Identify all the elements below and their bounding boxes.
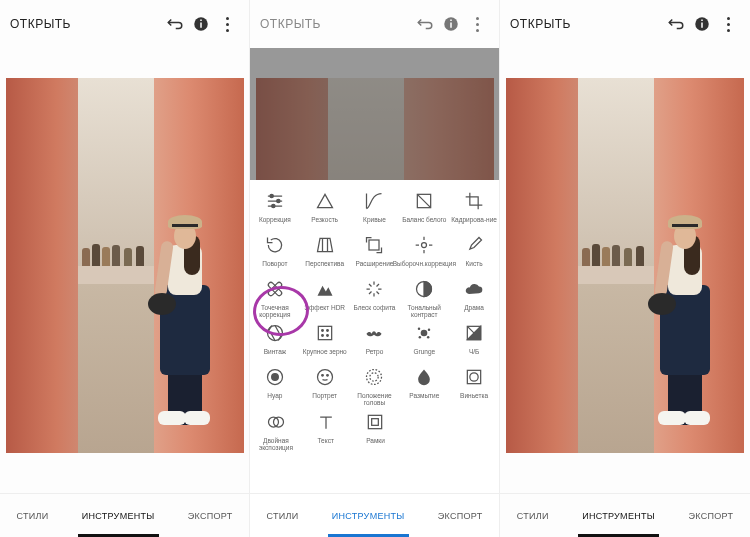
undo-stack-icon[interactable] xyxy=(413,12,437,36)
tool-lens-blur[interactable]: Размытие xyxy=(400,366,448,406)
aperture-icon xyxy=(264,322,286,344)
photo-preview xyxy=(506,78,744,453)
bw-icon xyxy=(463,322,485,344)
expand-icon xyxy=(363,234,385,256)
film-icon xyxy=(314,322,336,344)
sparkle-icon xyxy=(363,278,385,300)
canvas-area[interactable] xyxy=(500,48,750,493)
tool-vintage[interactable]: Винтаж xyxy=(251,322,299,362)
tool-text[interactable]: Текст xyxy=(302,411,350,451)
more-menu-icon[interactable] xyxy=(215,12,239,36)
open-button[interactable]: ОТКРЫТЬ xyxy=(10,17,71,31)
tool-tune[interactable]: Коррекция xyxy=(251,190,299,230)
svg-point-32 xyxy=(370,373,378,381)
info-icon[interactable] xyxy=(189,12,213,36)
curves-icon xyxy=(363,190,385,212)
cloud-icon xyxy=(463,278,485,300)
svg-point-29 xyxy=(317,370,332,385)
open-button[interactable]: ОТКРЫТЬ xyxy=(510,17,571,31)
double-exp-icon xyxy=(265,411,287,433)
tool-double-exposure[interactable]: Двойная экспозиция xyxy=(252,411,300,451)
tool-noir[interactable]: Нуар xyxy=(251,366,299,406)
svg-point-17 xyxy=(321,330,323,332)
svg-point-30 xyxy=(321,375,323,377)
app-header: ОТКРЫТЬ xyxy=(500,0,750,48)
tab-tools[interactable]: ИНСТРУМЕНТЫ xyxy=(326,494,411,537)
tool-retrolux[interactable]: Ретро xyxy=(350,322,398,362)
svg-point-33 xyxy=(367,370,382,385)
perspective-icon xyxy=(314,234,336,256)
svg-point-11 xyxy=(422,243,427,248)
tool-vignette[interactable]: Виньетка xyxy=(450,366,498,406)
svg-rect-39 xyxy=(372,418,379,425)
svg-point-18 xyxy=(326,330,328,332)
tool-curves[interactable]: Кривые xyxy=(350,190,398,230)
svg-rect-13 xyxy=(267,281,282,296)
tab-export[interactable]: ЭКСПОРТ xyxy=(182,494,239,537)
svg-rect-42 xyxy=(701,20,703,22)
app-header: ОТКРЫТЬ xyxy=(0,0,249,48)
svg-rect-2 xyxy=(200,20,202,22)
svg-rect-10 xyxy=(369,240,379,250)
head-pose-icon xyxy=(363,366,385,388)
tab-styles[interactable]: СТИЛИ xyxy=(511,494,555,537)
tool-bw[interactable]: Ч/Б xyxy=(450,322,498,362)
tool-selective[interactable]: Выборочн.коррекция xyxy=(400,234,448,274)
canvas-area-dimmed xyxy=(250,48,499,180)
svg-point-8 xyxy=(272,204,275,207)
open-button[interactable]: ОТКРЫТЬ xyxy=(260,17,321,31)
tool-expand[interactable]: Расширение xyxy=(350,234,398,274)
tab-tools[interactable]: ИНСТРУМЕНТЫ xyxy=(576,494,661,537)
more-menu-icon[interactable] xyxy=(716,12,740,36)
svg-point-35 xyxy=(470,373,478,381)
svg-rect-41 xyxy=(701,23,703,28)
tool-grunge[interactable]: Grunge xyxy=(400,322,448,362)
svg-point-6 xyxy=(270,194,273,197)
bottom-tabs: СТИЛИ ИНСТРУМЕНТЫ ЭКСПОРТ xyxy=(250,493,499,537)
tab-styles[interactable]: СТИЛИ xyxy=(11,494,55,537)
blur-icon xyxy=(413,366,435,388)
contrast-icon xyxy=(413,278,435,300)
triangle-icon xyxy=(314,190,336,212)
canvas-area[interactable] xyxy=(0,48,249,493)
info-icon[interactable] xyxy=(439,12,463,36)
tools-panel: Коррекция Резкость Кривые Баланс белого … xyxy=(250,180,499,537)
svg-point-7 xyxy=(277,199,280,202)
tab-tools[interactable]: ИНСТРУМЕНТЫ xyxy=(76,494,161,537)
svg-rect-16 xyxy=(318,327,331,340)
undo-stack-icon[interactable] xyxy=(664,12,688,36)
tool-rotate[interactable]: Поворот xyxy=(251,234,299,274)
mountains-icon xyxy=(314,278,336,300)
target-icon xyxy=(413,234,435,256)
svg-point-21 xyxy=(421,330,428,337)
tool-crop[interactable]: Кадрирова-ние xyxy=(450,190,498,230)
svg-rect-12 xyxy=(267,281,282,296)
more-menu-icon[interactable] xyxy=(465,12,489,36)
tool-frames[interactable]: Рамки xyxy=(352,411,400,451)
tab-export[interactable]: ЭКСПОРТ xyxy=(432,494,489,537)
tool-hdr[interactable]: Эффект HDR xyxy=(301,278,349,318)
frame-icon xyxy=(364,411,386,433)
app-header: ОТКРЫТЬ xyxy=(250,0,499,48)
bandaid-icon xyxy=(264,278,286,300)
tool-head-pose[interactable]: Положение головы xyxy=(350,366,398,406)
tool-grainy-film[interactable]: Крупное зерно xyxy=(301,322,349,362)
undo-stack-icon[interactable] xyxy=(163,12,187,36)
info-icon[interactable] xyxy=(690,12,714,36)
tool-white-balance[interactable]: Баланс белого xyxy=(400,190,448,230)
tool-glamour-glow[interactable]: Блеск софита xyxy=(350,278,398,318)
tool-brush[interactable]: Кисть xyxy=(450,234,498,274)
tool-drama[interactable]: Драма xyxy=(450,278,498,318)
tab-export[interactable]: ЭКСПОРТ xyxy=(682,494,739,537)
tool-perspective[interactable]: Перспектива xyxy=(301,234,349,274)
tool-portrait[interactable]: Портрет xyxy=(301,366,349,406)
svg-point-20 xyxy=(326,335,328,337)
tool-healing[interactable]: Точечная коррекция xyxy=(251,278,299,318)
screen-editor-1: ОТКРЫТЬ СТИЛИ ИНСТРУМЕНТЫ ЭКСПОРТ xyxy=(0,0,250,537)
tool-tonal-contrast[interactable]: Тональный контраст xyxy=(400,278,448,318)
svg-rect-1 xyxy=(200,23,202,28)
svg-point-31 xyxy=(326,375,328,377)
tab-styles[interactable]: СТИЛИ xyxy=(261,494,305,537)
tool-details[interactable]: Резкость xyxy=(301,190,349,230)
noir-icon xyxy=(264,366,286,388)
